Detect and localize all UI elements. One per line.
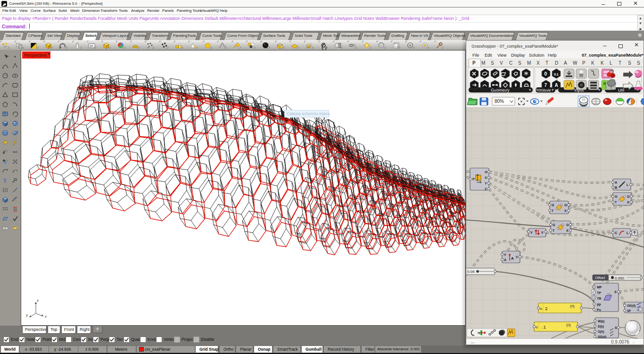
svg-text:{0}: {0} — [570, 304, 575, 308]
svg-text:z: z — [37, 298, 39, 303]
svg-text:V: V — [530, 231, 533, 234]
svg-text:TR: TR — [597, 297, 601, 300]
svg-text:2: 2 — [545, 307, 547, 312]
svg-text:SF: SF — [627, 309, 631, 312]
svg-text:N: N — [478, 331, 480, 335]
svg-text:B: B — [615, 186, 617, 189]
svg-text:L: L — [627, 183, 629, 186]
svg-text:V: V — [516, 255, 518, 259]
svg-text:A: A — [615, 181, 617, 184]
svg-text:A: A — [555, 83, 558, 88]
svg-text:A: A — [511, 256, 514, 261]
svg-text:G: G — [615, 195, 618, 198]
svg-text:x: x — [45, 314, 47, 319]
svg-text:A: A — [504, 258, 506, 261]
svg-text:Ps: Ps — [597, 308, 601, 312]
svg-text:G: G — [566, 223, 569, 227]
svg-text:T: T — [552, 209, 554, 212]
svg-text:C: C — [615, 231, 617, 235]
svg-text:0.1: 0.1 — [554, 73, 559, 76]
svg-text:G: G — [553, 223, 555, 227]
svg-text:{0}: {0} — [566, 323, 571, 327]
svg-text:D(b): D(b) — [598, 325, 604, 329]
svg-text:T: T — [3, 177, 7, 184]
svg-text:Offset: Offset — [595, 276, 605, 280]
svg-text:GD(d): GD(d) — [598, 335, 606, 338]
svg-text:S: S — [615, 326, 617, 329]
svg-text:Y: Y — [485, 182, 487, 185]
svg-text:7: 7 — [545, 83, 547, 88]
svg-text:X: X — [627, 201, 629, 204]
svg-text:X: X — [566, 229, 569, 232]
svg-text:V: V — [504, 253, 506, 256]
svg-text:P: P — [472, 177, 475, 181]
svg-text:O: O — [485, 170, 487, 174]
svg-text:G: G — [627, 195, 630, 198]
svg-text:pp: pp — [597, 303, 601, 306]
svg-text:MP: MP — [597, 286, 602, 289]
svg-text:0.050: 0.050 — [615, 276, 625, 280]
svg-text:G: G — [564, 203, 567, 207]
svg-text:0: 0 — [540, 307, 542, 311]
svg-text:W(a): W(a) — [598, 320, 604, 323]
svg-text:.1: .1 — [541, 325, 546, 330]
svg-text:10: 10 — [90, 44, 93, 47]
svg-text:G: G — [552, 203, 554, 207]
svg-text:Z: Z — [485, 187, 487, 191]
svg-text:T: T — [553, 229, 555, 232]
svg-text:TP: TP — [597, 291, 601, 295]
svg-text:S: S — [614, 290, 617, 294]
svg-text:0: 0 — [545, 71, 547, 76]
svg-text:GD(d): GD(d) — [627, 304, 636, 308]
svg-text:X: X — [564, 209, 567, 212]
svg-text:O(h): O(h) — [598, 330, 604, 334]
svg-text:y: y — [26, 313, 28, 317]
svg-text:0.04: 0.04 — [467, 270, 475, 274]
svg-text:80%: 80% — [495, 99, 504, 104]
svg-text:L: L — [627, 231, 629, 235]
svg-text:V: V — [541, 231, 544, 234]
svg-text:X: X — [485, 176, 487, 179]
svg-text:T: T — [615, 201, 617, 204]
svg-text:0: 0 — [536, 325, 538, 329]
